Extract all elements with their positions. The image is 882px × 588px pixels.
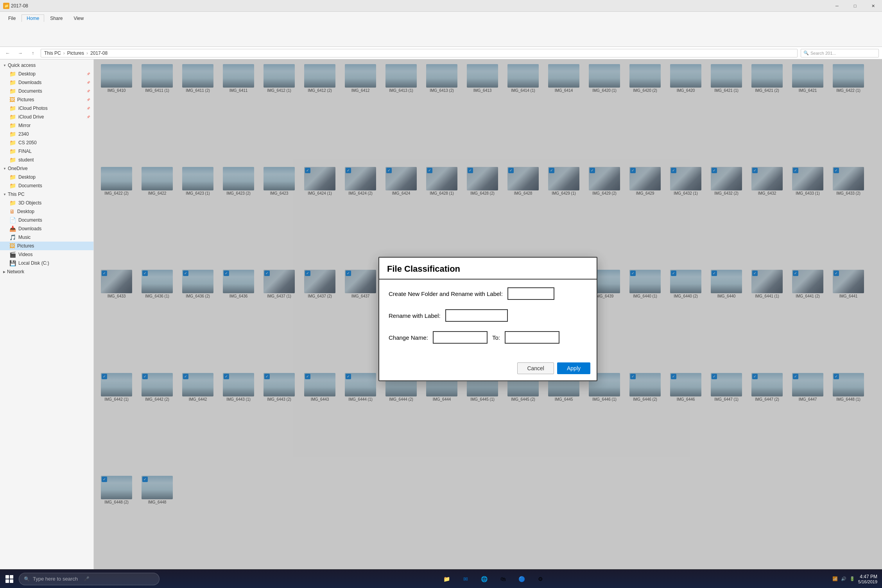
- folder-icon: 📁: [9, 174, 16, 180]
- tab-file[interactable]: File: [3, 14, 21, 22]
- sidebar-item-music-pc[interactable]: 🎵 Music: [0, 233, 93, 242]
- chevron-down-icon: ▼: [3, 193, 6, 196]
- tab-home[interactable]: Home: [22, 14, 44, 22]
- taskbar-icons: 📶 🔊 🔋: [832, 576, 855, 581]
- close-button[interactable]: ✕: [864, 0, 882, 12]
- sidebar-section-onedrive[interactable]: ▼ OneDrive: [0, 164, 93, 173]
- sidebar-item-label: Music: [18, 235, 30, 240]
- main-layout: ▼ Quick access 📁 Desktop 📁 Downloads 📁 D…: [0, 59, 882, 579]
- cortana-icon: 🎤: [84, 576, 90, 581]
- sidebar-item-videos-pc[interactable]: 🎬 Videos: [0, 250, 93, 259]
- path-pictures[interactable]: Pictures: [67, 50, 84, 56]
- sidebar-item-student[interactable]: 📁 student: [0, 156, 93, 164]
- folder-icon: 📁: [9, 148, 16, 154]
- start-button[interactable]: [0, 570, 19, 588]
- rename-label-label: Rename with Label:: [389, 312, 441, 319]
- sidebar-item-final[interactable]: 📁 FINAL: [0, 147, 93, 156]
- folder-icon: 📁: [9, 183, 16, 189]
- sidebar-item-label: Downloads: [18, 226, 41, 231]
- rename-label-input[interactable]: [445, 309, 508, 322]
- taskbar-right: 📶 🔊 🔋 4:47 PM 5/16/2019: [828, 574, 882, 584]
- folder-icon: 🎵: [9, 234, 16, 240]
- taskbar-search[interactable]: 🔍 Type here to search 🎤: [19, 573, 160, 585]
- sidebar-item-pictures[interactable]: 🖼 Pictures: [0, 95, 93, 104]
- sidebar-item-label: Pictures: [17, 243, 34, 249]
- sidebar-item-label: Local Disk (C:): [18, 260, 49, 266]
- date-display: 5/16/2019: [858, 579, 877, 584]
- sidebar-section-network[interactable]: ▶ Network: [0, 267, 93, 276]
- sidebar-item-desktop-pc[interactable]: 🖥 Desktop: [0, 207, 93, 216]
- back-button[interactable]: ←: [3, 48, 13, 58]
- forward-button[interactable]: →: [16, 48, 25, 58]
- folder-icon: 📁: [9, 88, 16, 94]
- minimize-button[interactable]: ─: [828, 0, 846, 12]
- drive-icon: 💾: [9, 260, 16, 266]
- path-current[interactable]: 2017-08: [90, 50, 108, 56]
- sidebar-item-icloud-photos[interactable]: 📁 iCloud Photos: [0, 104, 93, 113]
- change-name-label: Change Name:: [389, 334, 428, 341]
- tab-view[interactable]: View: [68, 14, 89, 22]
- sidebar-item-mirror[interactable]: 📁 Mirror: [0, 121, 93, 130]
- sidebar-item-downloads-pc[interactable]: 📥 Downloads: [0, 224, 93, 233]
- modal-title-bar: File Classification: [379, 258, 597, 280]
- taskbar-app-explorer[interactable]: 📁: [438, 570, 455, 588]
- sidebar-item-label: Desktop: [17, 209, 34, 214]
- create-folder-input[interactable]: [507, 287, 554, 300]
- address-path[interactable]: This PC › Pictures › 2017-08: [41, 49, 798, 57]
- taskbar-clock[interactable]: 4:47 PM 5/16/2019: [858, 574, 877, 584]
- battery-icon: 🔋: [850, 576, 855, 581]
- modal-footer: Cancel Apply: [379, 359, 597, 380]
- taskbar-search-placeholder: Type here to search: [33, 576, 78, 582]
- change-name-from-input[interactable]: [433, 331, 488, 344]
- sidebar-item-label: iCloud Photos: [18, 106, 48, 111]
- taskbar-app-chrome[interactable]: 🔵: [513, 570, 531, 588]
- sidebar-item-label: FINAL: [18, 149, 32, 154]
- sidebar-section-quick-access[interactable]: ▼ Quick access: [0, 61, 93, 70]
- folder-icon: 📁: [9, 114, 16, 120]
- folder-icon: 🖼: [9, 97, 15, 103]
- path-this-pc[interactable]: This PC: [44, 50, 61, 56]
- ribbon-content: [0, 22, 882, 47]
- taskbar-app-edge[interactable]: 🌐: [476, 570, 493, 588]
- apply-button[interactable]: Apply: [557, 362, 590, 374]
- folder-icon: 📁: [9, 71, 16, 77]
- folder-icon: 🖼: [9, 243, 15, 249]
- taskbar-app-store[interactable]: 🛍: [495, 570, 512, 588]
- sidebar-section-this-pc[interactable]: ▼ This PC: [0, 190, 93, 199]
- network-label: Network: [7, 269, 24, 274]
- sidebar-item-label: iCloud Drive: [18, 114, 44, 120]
- create-folder-label: Create New Folder and Rename with Label:: [389, 290, 503, 297]
- sidebar-item-onedrive-documents[interactable]: 📁 Documents: [0, 181, 93, 190]
- maximize-button[interactable]: □: [846, 0, 864, 12]
- folder-icon: 📁: [9, 105, 16, 111]
- search-bar[interactable]: 🔍 Search 201...: [801, 49, 879, 57]
- sidebar-item-label: Desktop: [18, 174, 36, 180]
- sidebar-item-label: CS 2050: [18, 140, 37, 145]
- up-button[interactable]: ↑: [28, 48, 38, 58]
- taskbar-app-mail[interactable]: ✉: [457, 570, 474, 588]
- change-name-to-input[interactable]: [505, 331, 559, 344]
- sidebar-item-pictures-pc[interactable]: 🖼 Pictures: [0, 242, 93, 250]
- sidebar-item-onedrive-desktop[interactable]: 📁 Desktop: [0, 173, 93, 181]
- file-classification-modal: File Classification Create New Folder an…: [378, 257, 597, 381]
- taskbar-app-settings[interactable]: ⚙: [532, 570, 549, 588]
- sidebar-item-cs2050[interactable]: 📁 CS 2050: [0, 138, 93, 147]
- cancel-button[interactable]: Cancel: [517, 362, 554, 374]
- sidebar-item-documents-pc[interactable]: 📄 Documents: [0, 216, 93, 224]
- sidebar-item-desktop[interactable]: 📁 Desktop: [0, 70, 93, 78]
- sidebar-item-3d-objects[interactable]: 📁 3D Objects: [0, 199, 93, 207]
- folder-icon: 📁: [9, 140, 16, 146]
- sidebar-item-documents[interactable]: 📁 Documents: [0, 87, 93, 95]
- modal-row-create-folder: Create New Folder and Rename with Label:: [389, 287, 587, 300]
- modal-overlay: File Classification Create New Folder an…: [94, 59, 882, 579]
- modal-title: File Classification: [387, 264, 589, 274]
- search-placeholder: Search 201...: [810, 51, 836, 56]
- chevron-down-icon: ▼: [3, 167, 6, 170]
- sidebar-item-icloud-drive[interactable]: 📁 iCloud Drive: [0, 113, 93, 121]
- sidebar-item-label: Desktop: [18, 71, 36, 77]
- content-area: IMG_6410IMG_6411 (1)IMG_6411 (2)IMG_6411…: [94, 59, 882, 579]
- sidebar-item-local-disk[interactable]: 💾 Local Disk (C:): [0, 259, 93, 267]
- sidebar-item-2340[interactable]: 📁 2340: [0, 130, 93, 138]
- tab-share[interactable]: Share: [45, 14, 68, 22]
- sidebar-item-downloads[interactable]: 📁 Downloads: [0, 78, 93, 87]
